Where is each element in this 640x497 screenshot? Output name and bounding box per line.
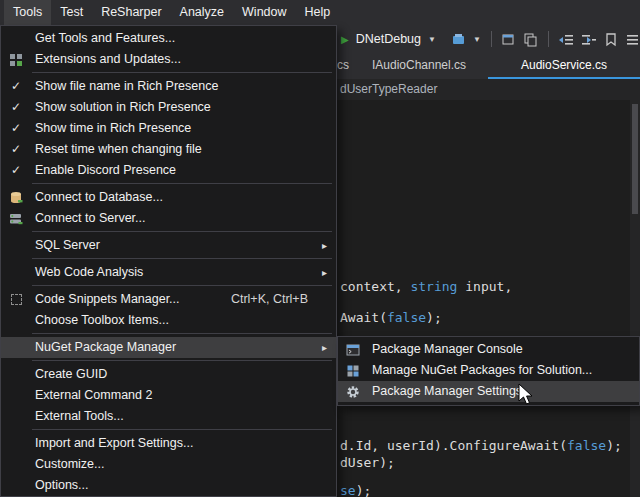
checkmark-icon: ✓ <box>11 97 21 118</box>
code-keyword: string <box>410 279 457 294</box>
menu-item-reset-time[interactable]: ✓Reset time when changing file <box>1 139 336 160</box>
packages-icon <box>338 360 368 381</box>
visual-studio-window: context, string input, Await(false); d.I… <box>0 0 640 497</box>
menubar-item-help[interactable]: Help <box>296 0 340 25</box>
console-icon <box>338 339 368 360</box>
menu-bar: Tools Test ReSharper Analyze Window Help <box>0 0 640 25</box>
menu-item-label: Import and Export Settings... <box>35 436 193 450</box>
menu-item-label: Code Snippets Manager... <box>35 292 180 306</box>
menu-item-extensions-and-updates[interactable]: Extensions and Updates... <box>1 49 336 70</box>
menu-item-label: SQL Server <box>35 238 100 252</box>
menu-item-label: Options... <box>35 478 89 492</box>
checkmark-icon: ✓ <box>11 76 21 97</box>
menu-item-label: Connect to Server... <box>35 211 145 225</box>
menu-item-label: External Tools... <box>35 409 124 423</box>
menubar-item-window[interactable]: Window <box>233 0 295 25</box>
code-keyword: false <box>387 310 426 325</box>
menu-item-external-tools[interactable]: External Tools... <box>1 406 336 427</box>
outdent-icon[interactable] <box>558 32 574 47</box>
code-line: context, string input, <box>340 279 512 295</box>
editor-scrollbar[interactable] <box>630 100 640 497</box>
code-line: se); <box>340 483 371 497</box>
code-text: dUser); <box>340 455 395 470</box>
code-keyword: se <box>340 483 356 497</box>
tools-menu: Get Tools and Features... Extensions and… <box>0 25 337 497</box>
menu-item-show-solution[interactable]: ✓Show solution in Rich Presence <box>1 97 336 118</box>
menu-item-get-tools-and-features[interactable]: Get Tools and Features... <box>1 28 336 49</box>
menu-item-code-snippets-manager[interactable]: Code Snippets Manager... Ctrl+K, Ctrl+B <box>1 289 336 310</box>
menu-separator <box>32 333 332 334</box>
submenu-item-label: Package Manager Console <box>372 342 523 356</box>
submenu-item-label: Package Manager Settings <box>372 384 522 398</box>
code-text: ); <box>356 483 372 497</box>
tab-audioservice[interactable]: AudioService.cs <box>488 53 640 79</box>
menu-item-label: Create GUID <box>35 367 107 381</box>
menu-item-customize[interactable]: Customize... <box>1 454 336 475</box>
tab-iaudiochannel[interactable]: IAudioChannel.cs <box>360 53 478 77</box>
list-icon[interactable] <box>625 32 640 47</box>
menu-separator <box>32 183 332 184</box>
menu-item-label: Reset time when changing file <box>35 142 202 156</box>
snippets-icon <box>1 289 31 310</box>
menu-item-show-file-name[interactable]: ✓Show file name in Rich Presence <box>1 76 336 97</box>
menu-item-label: Show file name in Rich Presence <box>35 79 218 93</box>
submenu-item-label: Manage NuGet Packages for Solution... <box>372 363 592 377</box>
submenu-item-package-manager-console[interactable]: Package Manager Console <box>338 339 639 360</box>
chevron-down-icon[interactable]: ▼ <box>473 35 481 44</box>
code-text: d.Id, userId).ConfigureAwait( <box>340 438 567 453</box>
menu-item-label: External Command 2 <box>35 388 152 402</box>
menu-item-choose-toolbox-items[interactable]: Choose Toolbox Items... <box>1 310 336 331</box>
code-line: dUser); <box>340 455 395 471</box>
scrollbar-thumb[interactable] <box>632 104 638 214</box>
menu-item-label: Show solution in Rich Presence <box>35 100 211 114</box>
menubar-item-resharper[interactable]: ReSharper <box>92 0 170 25</box>
menu-separator <box>32 231 332 232</box>
menu-item-label: Extensions and Updates... <box>35 52 181 66</box>
code-text: ); <box>606 438 622 453</box>
menu-item-sql-server[interactable]: SQL Server ▸ <box>1 235 336 256</box>
menu-item-label: Web Code Analysis <box>35 265 143 279</box>
checkmark-icon: ✓ <box>11 139 21 160</box>
menu-item-label: Choose Toolbox Items... <box>35 313 169 327</box>
attach-icon[interactable] <box>451 32 466 47</box>
menubar-item-analyze[interactable]: Analyze <box>171 0 233 25</box>
menu-item-label: Connect to Database... <box>35 190 163 204</box>
code-line: Await(false); <box>340 310 442 326</box>
menu-item-options[interactable]: Options... <box>1 475 336 496</box>
menu-item-shortcut: Ctrl+K, Ctrl+B <box>231 289 308 310</box>
chevron-down-icon[interactable]: ▼ <box>428 35 436 44</box>
menubar-item-test[interactable]: Test <box>51 0 92 25</box>
menu-item-enable-discord-presence[interactable]: ✓Enable Discord Presence <box>1 160 336 181</box>
indent-icon[interactable] <box>581 32 597 47</box>
extensions-icon <box>1 49 31 70</box>
menu-separator <box>32 72 332 73</box>
submenu-item-manage-nuget-packages[interactable]: Manage NuGet Packages for Solution... <box>338 360 639 381</box>
menu-item-nuget-package-manager[interactable]: NuGet Package Manager ▸ <box>1 337 336 358</box>
submenu-arrow-icon: ▸ <box>322 337 327 358</box>
checkmark-icon: ✓ <box>11 118 21 139</box>
submenu-arrow-icon: ▸ <box>322 262 327 283</box>
menu-item-connect-to-server[interactable]: Connect to Server... <box>1 208 336 229</box>
new-window-icon[interactable] <box>501 32 516 47</box>
menu-item-label: Enable Discord Presence <box>35 163 176 177</box>
menu-item-create-guid[interactable]: Create GUID <box>1 364 336 385</box>
code-text: context, <box>340 279 410 294</box>
menu-item-label: Show time in Rich Presence <box>35 121 191 135</box>
submenu-item-package-manager-settings[interactable]: Package Manager Settings <box>338 381 639 402</box>
start-debug-icon[interactable]: ▶ <box>341 34 349 45</box>
code-text: Await( <box>340 310 387 325</box>
menu-item-web-code-analysis[interactable]: Web Code Analysis ▸ <box>1 262 336 283</box>
bookmark-icon[interactable] <box>604 32 618 47</box>
code-text: input, <box>457 279 512 294</box>
menu-item-external-command-2[interactable]: External Command 2 <box>1 385 336 406</box>
menu-item-import-export-settings[interactable]: Import and Export Settings... <box>1 433 336 454</box>
copy-icon[interactable] <box>523 32 538 47</box>
server-icon <box>1 208 31 229</box>
menu-item-connect-to-database[interactable]: Connect to Database... <box>1 187 336 208</box>
submenu-arrow-icon: ▸ <box>322 235 327 256</box>
menu-item-show-time[interactable]: ✓Show time in Rich Presence <box>1 118 336 139</box>
breadcrumb[interactable]: dUserTypeReader <box>340 82 437 96</box>
debug-target-dropdown[interactable]: DNetDebug <box>356 32 421 46</box>
menubar-item-tools[interactable]: Tools <box>4 0 51 25</box>
menu-separator <box>32 258 332 259</box>
